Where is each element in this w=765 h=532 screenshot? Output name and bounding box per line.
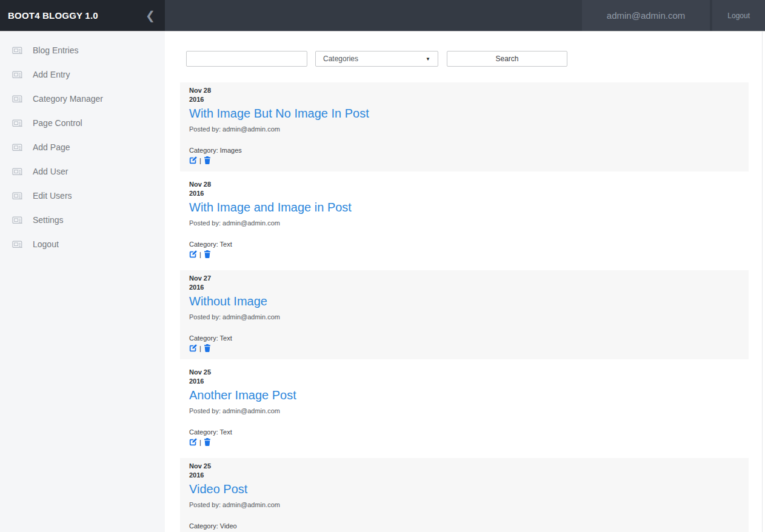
post-date-month-day: Nov 25 xyxy=(189,368,740,377)
posted-by-label: Posted by: xyxy=(189,407,221,414)
newspaper-icon xyxy=(12,143,23,152)
post-actions: | xyxy=(189,438,740,446)
posted-by-value: admin@admin.com xyxy=(222,125,280,133)
post-actions: | xyxy=(189,156,740,164)
action-separator: | xyxy=(199,439,201,446)
posted-by-value: admin@admin.com xyxy=(222,407,280,414)
categories-select-value: Categories xyxy=(323,55,358,63)
chevron-down-icon: ▼ xyxy=(426,56,430,62)
posted-by-value: admin@admin.com xyxy=(222,313,280,321)
newspaper-icon xyxy=(12,70,23,79)
post-author: Posted by: admin@admin.com xyxy=(189,219,740,227)
trash-icon[interactable] xyxy=(204,344,211,352)
post-date-year: 2016 xyxy=(189,283,740,292)
newspaper-icon xyxy=(12,46,23,55)
search-bar: Categories ▼ Search xyxy=(180,51,749,67)
post-actions: | xyxy=(189,250,740,258)
posted-by-label: Posted by: xyxy=(189,125,221,133)
post-title-link[interactable]: Video Post xyxy=(189,482,740,496)
post-date-month-day: Nov 25 xyxy=(189,462,740,471)
post-title-link[interactable]: With Image and Image in Post xyxy=(189,201,740,214)
post-category: Category: Video xyxy=(189,522,740,530)
sidebar-item-label: Add Entry xyxy=(33,70,70,79)
posted-by-value: admin@admin.com xyxy=(222,501,280,508)
sidebar-item-label: Page Control xyxy=(33,118,82,128)
sidebar-item-logout[interactable]: Logout xyxy=(0,232,165,256)
trash-icon[interactable] xyxy=(204,250,211,258)
sidebar-item-add-page[interactable]: Add Page xyxy=(0,135,165,159)
search-input[interactable] xyxy=(186,51,307,67)
edit-icon[interactable] xyxy=(189,344,197,352)
top-navbar: admin@admin.com Logout xyxy=(165,0,765,31)
sidebar: Blog Entries Add Entry Category Manager xyxy=(0,32,165,532)
edit-icon[interactable] xyxy=(189,250,197,258)
trash-icon[interactable] xyxy=(204,156,211,164)
scrollbar-track[interactable] xyxy=(762,32,763,532)
sidebar-item-label: Settings xyxy=(33,215,64,225)
category-label: Category: xyxy=(189,334,218,342)
newspaper-icon xyxy=(12,191,23,201)
user-email-nav-item[interactable]: admin@admin.com xyxy=(582,0,710,31)
post-date-year: 2016 xyxy=(189,471,740,480)
post-date-month-day: Nov 27 xyxy=(189,274,740,283)
post-category: Category: Text xyxy=(189,241,740,248)
sidebar-item-add-user[interactable]: Add User xyxy=(0,159,165,184)
category-value: Text xyxy=(220,334,232,342)
post-category: Category: Text xyxy=(189,334,740,342)
app-brand: BOOT4 BLOGGY 1.0 xyxy=(8,10,98,21)
edit-icon[interactable] xyxy=(189,438,197,446)
post-author: Posted by: admin@admin.com xyxy=(189,125,740,133)
sidebar-item-add-entry[interactable]: Add Entry xyxy=(0,62,165,87)
action-separator: | xyxy=(199,345,201,352)
post-author: Posted by: admin@admin.com xyxy=(189,313,740,321)
post-date-year: 2016 xyxy=(189,189,740,198)
content-container: Categories ▼ Search Nov 28 2016 With Ima… xyxy=(180,51,749,532)
sidebar-item-label: Blog Entries xyxy=(33,45,78,55)
sidebar-item-edit-users[interactable]: Edit Users xyxy=(0,184,165,208)
post-category: Category: Text xyxy=(189,428,740,436)
post-category: Category: Images xyxy=(189,147,740,154)
posted-by-label: Posted by: xyxy=(189,219,221,227)
newspaper-icon xyxy=(12,167,23,176)
category-value: Video xyxy=(220,522,237,530)
category-label: Category: xyxy=(189,241,218,248)
category-value: Images xyxy=(220,147,242,154)
sidebar-item-label: Logout xyxy=(33,239,59,249)
post-card: Nov 25 2016 Video Post Posted by: admin@… xyxy=(180,458,749,532)
post-date-month-day: Nov 28 xyxy=(189,180,740,189)
sidebar-item-category-manager[interactable]: Category Manager xyxy=(0,87,165,111)
newspaper-icon xyxy=(12,119,23,128)
sidebar-item-label: Edit Users xyxy=(33,191,72,201)
post-author: Posted by: admin@admin.com xyxy=(189,407,740,414)
sidebar-item-label: Add User xyxy=(33,167,68,176)
post-date-month-day: Nov 28 xyxy=(189,86,740,95)
sidebar-header: BOOT4 BLOGGY 1.0 ❮ xyxy=(0,0,165,31)
sidebar-item-settings[interactable]: Settings xyxy=(0,208,165,232)
edit-icon[interactable] xyxy=(189,156,197,164)
header: BOOT4 BLOGGY 1.0 ❮ admin@admin.com Logou… xyxy=(0,0,765,32)
post-title-link[interactable]: Without Image xyxy=(189,294,740,308)
logout-nav-item[interactable]: Logout xyxy=(712,0,765,31)
post-date-year: 2016 xyxy=(189,95,740,104)
category-value: Text xyxy=(220,428,232,436)
post-title-link[interactable]: With Image But No Image In Post xyxy=(189,107,740,121)
trash-icon[interactable] xyxy=(204,438,211,446)
user-email-label: admin@admin.com xyxy=(607,10,685,21)
main-content: Categories ▼ Search Nov 28 2016 With Ima… xyxy=(165,32,765,532)
post-title-link[interactable]: Another Image Post xyxy=(189,388,740,402)
post-card: Nov 28 2016 With Image But No Image In P… xyxy=(180,82,749,171)
newspaper-icon xyxy=(12,95,23,104)
sidebar-item-page-control[interactable]: Page Control xyxy=(0,111,165,135)
posts-list: Nov 28 2016 With Image But No Image In P… xyxy=(180,82,749,532)
post-date-year: 2016 xyxy=(189,377,740,386)
action-separator: | xyxy=(199,157,201,164)
posted-by-value: admin@admin.com xyxy=(222,219,280,227)
newspaper-icon xyxy=(12,240,23,249)
sidebar-collapse-icon[interactable]: ❮ xyxy=(145,10,155,21)
posted-by-label: Posted by: xyxy=(189,313,221,321)
category-label: Category: xyxy=(189,522,218,530)
sidebar-item-blog-entries[interactable]: Blog Entries xyxy=(0,38,165,62)
post-card: Nov 25 2016 Another Image Post Posted by… xyxy=(180,364,749,453)
categories-select[interactable]: Categories ▼ xyxy=(315,51,438,67)
search-button[interactable]: Search xyxy=(447,51,567,67)
